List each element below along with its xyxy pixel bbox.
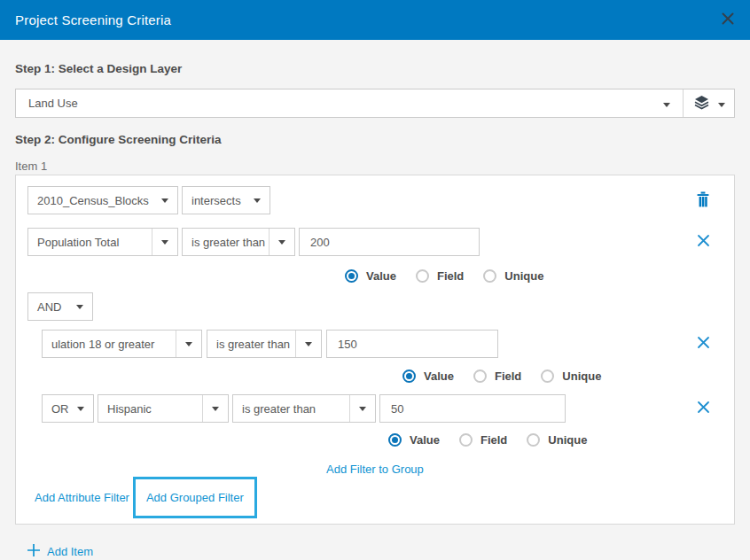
radio-field[interactable]: Field xyxy=(459,433,507,447)
radio-selected-icon xyxy=(388,433,402,447)
radio-unselected-icon xyxy=(527,433,540,447)
radio-unselected-icon xyxy=(416,269,429,283)
radio-selected-icon xyxy=(345,269,358,283)
caret-down-icon xyxy=(663,97,670,110)
operator-select-value: is greater than xyxy=(183,236,269,249)
add-filter-to-group-link[interactable]: Add Filter to Group xyxy=(326,463,424,476)
item-label: Item 1 xyxy=(15,159,735,173)
add-item-button[interactable]: Add Item xyxy=(15,543,735,560)
tutorial-highlight-box: Add Grouped Filter xyxy=(133,477,257,518)
group-conjunction-row: AND xyxy=(27,292,723,321)
conjunction-value: AND xyxy=(28,300,67,314)
add-attribute-filter-link[interactable]: Add Attribute Filter xyxy=(35,491,129,504)
radio-unselected-icon xyxy=(483,269,496,283)
operator-select-value: is greater than xyxy=(207,338,295,351)
radio-unique[interactable]: Unique xyxy=(483,269,543,283)
field-select-value: Population Total xyxy=(28,236,152,249)
radio-field[interactable]: Field xyxy=(416,269,464,283)
radio-value[interactable]: Value xyxy=(388,433,440,447)
conjunction-value: OR xyxy=(43,402,68,416)
close-icon xyxy=(721,12,735,28)
step1-label: Step 1: Select a Design Layer xyxy=(15,62,735,75)
spatial-operator-select[interactable]: intersects xyxy=(182,186,270,214)
design-layer-select-main[interactable]: Land Use xyxy=(16,89,683,117)
radio-unselected-icon xyxy=(473,369,487,383)
remove-x-icon xyxy=(697,401,710,416)
operator-select[interactable]: is greater than xyxy=(207,330,322,358)
trash-icon xyxy=(696,191,710,210)
layers-icon xyxy=(693,95,710,113)
caret-down-icon xyxy=(152,240,177,245)
radio-selected-icon xyxy=(402,369,416,383)
value-type-radio-group: Value Field Unique xyxy=(345,268,723,284)
filter-value-input[interactable] xyxy=(326,330,498,358)
remove-x-icon xyxy=(697,336,710,352)
field-select[interactable]: ulation 18 or greater xyxy=(42,330,202,358)
field-select[interactable]: Population Total xyxy=(27,228,178,256)
caret-down-icon xyxy=(245,198,270,203)
conjunction-select[interactable]: AND xyxy=(27,292,93,321)
remove-filter-button[interactable] xyxy=(697,234,710,250)
operator-select[interactable]: is greater than xyxy=(182,228,295,256)
radio-field[interactable]: Field xyxy=(473,369,521,383)
spatial-operator-value: intersects xyxy=(183,194,245,207)
field-select-value: ulation 18 or greater xyxy=(43,338,176,351)
delete-item-button[interactable] xyxy=(696,191,710,210)
caret-down-icon xyxy=(68,407,93,411)
operator-select-value: is greater than xyxy=(233,402,349,416)
grouped-filter-row: ulation 18 or greater is greater than xyxy=(42,330,723,358)
value-type-radio-group: Value Field Unique xyxy=(402,369,723,384)
target-layer-select[interactable]: 2010_Census_Blocks xyxy=(27,186,178,214)
close-button[interactable] xyxy=(721,12,735,28)
dialog-header: Project Screening Criteria xyxy=(0,0,750,40)
add-grouped-filter-link[interactable]: Add Grouped Filter xyxy=(146,491,244,504)
filter-links-row: Add Attribute Filter Add Grouped Filter xyxy=(27,476,723,518)
conjunction-select[interactable]: OR xyxy=(42,394,94,423)
caret-down-icon xyxy=(203,407,228,411)
grouped-filter-row: OR Hispanic is greater than xyxy=(42,394,723,423)
design-layer-select-value: Land Use xyxy=(28,97,663,110)
radio-unique[interactable]: Unique xyxy=(527,433,587,447)
radio-value[interactable]: Value xyxy=(345,269,396,283)
caret-down-icon xyxy=(176,342,201,346)
design-layer-select[interactable]: Land Use xyxy=(15,89,735,118)
filter-value-input[interactable] xyxy=(299,228,480,256)
caret-down-icon xyxy=(67,305,92,309)
layer-operator-row: 2010_Census_Blocks intersects xyxy=(27,186,723,214)
field-select[interactable]: Hispanic xyxy=(98,394,229,423)
layer-options-button[interactable] xyxy=(684,89,734,117)
filter-value-input[interactable] xyxy=(379,394,566,423)
caret-down-icon xyxy=(718,97,725,110)
dialog-title: Project Screening Criteria xyxy=(15,12,171,27)
caret-down-icon xyxy=(350,407,375,411)
screening-item-panel: 2010_Census_Blocks intersects xyxy=(15,175,735,525)
radio-unselected-icon xyxy=(541,369,554,383)
dialog-body: Step 1: Select a Design Layer Land Use S… xyxy=(0,40,750,560)
caret-down-icon xyxy=(270,240,294,245)
value-type-radio-group: Value Field Unique xyxy=(388,432,723,447)
caret-down-icon xyxy=(296,342,321,346)
radio-value[interactable]: Value xyxy=(402,369,454,383)
remove-x-icon xyxy=(697,234,710,250)
caret-down-icon xyxy=(152,198,177,203)
plus-icon xyxy=(27,543,41,560)
remove-filter-button[interactable] xyxy=(697,336,710,352)
attribute-filter-row: Population Total is greater than xyxy=(27,228,723,256)
radio-unselected-icon xyxy=(459,433,473,447)
step2-label: Step 2: Configure Screening Criteria xyxy=(15,133,735,146)
target-layer-value: 2010_Census_Blocks xyxy=(28,194,152,207)
add-item-label: Add Item xyxy=(47,545,93,558)
field-select-value: Hispanic xyxy=(98,402,202,416)
operator-select[interactable]: is greater than xyxy=(232,394,376,423)
remove-filter-button[interactable] xyxy=(697,401,710,416)
radio-unique[interactable]: Unique xyxy=(541,369,601,383)
